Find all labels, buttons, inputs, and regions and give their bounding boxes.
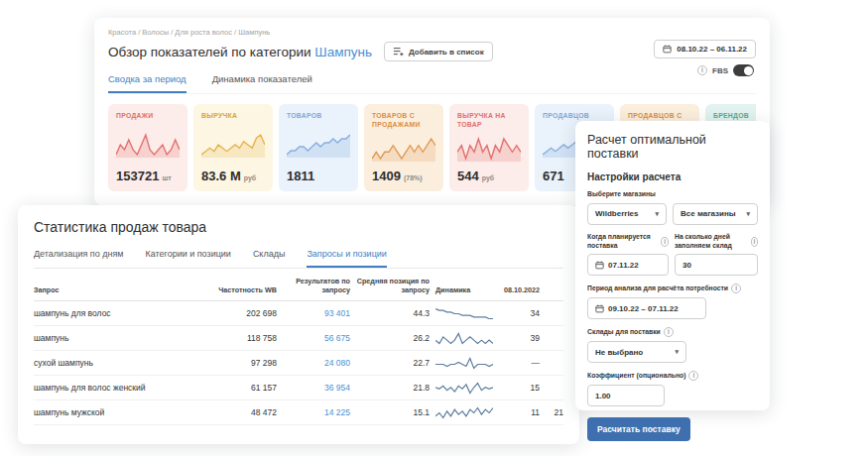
metric-card-3[interactable]: ТОВАРОВ1811 [279, 104, 358, 191]
tab-warehouses[interactable]: Склады [253, 249, 286, 268]
info-icon: i [661, 237, 669, 247]
col-results: Результатов по запросу [277, 277, 350, 294]
info-icon: i [751, 237, 758, 247]
chevron-down-icon: ▾ [675, 348, 679, 356]
add-to-list-icon [393, 47, 404, 57]
metric-label: БРЕНДОВ [713, 112, 756, 121]
query-cell: шампунь мужской [34, 407, 215, 417]
table-row[interactable]: шампунь мужской48 47214 22515.11121 [34, 400, 563, 425]
avg-position-cell: 22.7 [350, 358, 430, 368]
tab-daily-detail[interactable]: Детализация по дням [34, 249, 123, 268]
results-link[interactable]: 14 225 [277, 407, 350, 417]
dynamics-sparkline [435, 306, 493, 321]
avg-position-cell: 15.1 [350, 407, 430, 417]
warehouses-select[interactable]: Не выбрано▾ [587, 341, 686, 363]
fill-days-input[interactable]: 30 [675, 254, 758, 276]
all-stores-select[interactable]: Все магазины▾ [673, 203, 758, 225]
queries-table-body: шампунь для волос202 69893 40144.334шамп… [34, 301, 563, 425]
metric-card-4[interactable]: ТОВАРОВ С ПРОДАЖАМИ1409(78%) [364, 104, 443, 191]
frequency-cell: 118 758 [215, 333, 277, 343]
table-row[interactable]: шампунь118 75856 67526.239 [34, 326, 563, 351]
results-link[interactable]: 56 675 [277, 333, 350, 343]
tab-categories-positions[interactable]: Категории и позиции [145, 249, 230, 268]
breadcrumb[interactable]: Красота / Волосы / Для роста волос / Шам… [108, 28, 756, 37]
dynamics-cell [430, 356, 495, 371]
supply-date-input[interactable]: 07.11.22 [587, 254, 669, 276]
tab-indicator-dynamics[interactable]: Динамика показателей [212, 73, 312, 93]
avg-position-cell: 44.3 [350, 308, 430, 318]
metric-sparkline [116, 132, 180, 158]
metric-sparkline [201, 132, 265, 158]
supply-settings-heading: Настройки расчета [587, 171, 758, 182]
chevron-down-icon: ▾ [746, 210, 750, 218]
frequency-cell: 202 698 [215, 308, 277, 318]
results-link[interactable]: 36 954 [277, 383, 350, 393]
dynamics-sparkline [435, 405, 493, 420]
results-link[interactable]: 93 401 [277, 308, 350, 318]
fbs-toggle[interactable] [733, 64, 754, 76]
chevron-down-icon: ▾ [655, 210, 659, 218]
supply-date-label: Когда планируется поставкаi [587, 233, 669, 251]
metric-value: 544руб [457, 169, 521, 183]
stats-title: Статистика продаж товара [34, 219, 563, 235]
analysis-period-input[interactable]: 09.10.22 – 07.11.22 [587, 297, 706, 319]
table-row[interactable]: шампунь для волос202 69893 40144.334 [34, 301, 563, 326]
tab-queries-positions[interactable]: Запросы и позиции [307, 249, 386, 268]
coefficient-input[interactable]: 1.00 [587, 385, 665, 406]
calendar-icon [595, 261, 604, 270]
stores-label: Выберите магазины [587, 190, 758, 199]
metric-sparkline [372, 136, 435, 162]
date-range-value: 08.10.22 – 06.11.22 [677, 45, 747, 54]
date1-value-cell: — [495, 358, 540, 368]
query-cell: шампунь [34, 333, 215, 343]
date1-value-cell: 34 [495, 308, 540, 318]
warehouses-label: Склады для поставкиi [587, 327, 758, 337]
metric-label: ВЫРУЧКА [201, 112, 265, 121]
metric-value: 1811 [287, 169, 350, 183]
frequency-cell: 61 157 [215, 383, 277, 393]
info-icon: i [688, 371, 698, 381]
query-cell: сухой шампунь [34, 358, 215, 368]
dynamics-cell [430, 331, 495, 346]
results-link[interactable]: 24 080 [277, 358, 350, 368]
table-row[interactable]: шампунь для волос женский61 15736 95421.… [34, 376, 563, 400]
metric-label: ТОВАРОВ С ПРОДАЖАМИ [372, 112, 435, 130]
stats-tabs: Детализация по дням Категории и позиции … [34, 249, 563, 269]
calculate-supply-button[interactable]: Расчитать поставку [587, 417, 690, 441]
dynamics-sparkline [435, 381, 493, 396]
frequency-cell: 97 298 [215, 358, 277, 368]
table-row[interactable]: сухой шампунь97 29824 08022.7— [34, 351, 563, 376]
metric-card-5[interactable]: ВЫРУЧКА НА ТОВАР544руб [449, 104, 529, 191]
calendar-icon [595, 304, 604, 313]
store-select[interactable]: Wildberries▾ [587, 203, 667, 225]
query-cell: шампунь для волос женский [34, 383, 215, 393]
add-to-list-label: Добавить в список [409, 48, 484, 57]
date1-value-cell: 15 [495, 383, 540, 393]
metric-card-1[interactable]: ПРОДАЖИ153721шт [108, 104, 187, 191]
overview-tabs: Сводка за период Динамика показателей [108, 73, 756, 94]
col-query: Запрос [34, 285, 215, 294]
date-range-picker[interactable]: 08.10.22 – 06.11.22 [654, 40, 756, 58]
metric-card-2[interactable]: ВЫРУЧКА83.6 Мруб [193, 104, 273, 191]
info-icon: i [697, 65, 707, 75]
metric-label: ВЫРУЧКА НА ТОВАР [457, 112, 521, 130]
supply-title: Расчет оптимальной поставки [587, 133, 758, 161]
category-link[interactable]: Шампунь [314, 45, 372, 59]
metric-label: ПРОДАЖИ [116, 112, 180, 121]
col-frequency: Частотность WB [215, 285, 277, 294]
table-header: Запрос Частотность WB Результатов по зап… [34, 269, 563, 301]
dynamics-sparkline [435, 356, 493, 371]
tab-period-summary[interactable]: Сводка за период [108, 73, 186, 93]
metric-label: ПРОДАВЦОВ С [628, 112, 691, 121]
dynamics-cell [430, 405, 495, 420]
coefficient-label: Коэффициент (опционально)i [587, 371, 758, 381]
metric-sparkline [287, 132, 350, 158]
avg-position-cell: 26.2 [350, 333, 430, 343]
metric-label: ТОВАРОВ [287, 112, 350, 121]
metric-sparkline [457, 136, 521, 162]
query-cell: шампунь для волос [34, 308, 215, 318]
optimal-supply-panel: Расчет оптимальной поставки Настройки ра… [575, 121, 770, 410]
page-title-text: Обзор показателей по категории [108, 45, 311, 59]
col-date-1: 08.10.2022 [495, 285, 540, 294]
add-to-list-button[interactable]: Добавить в список [384, 42, 493, 61]
